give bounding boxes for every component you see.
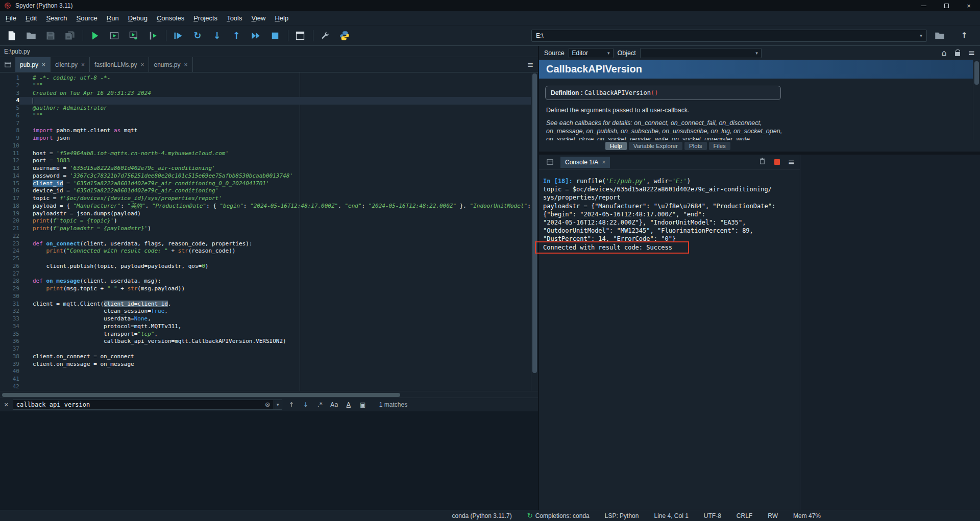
editor-line[interactable]: 22 <box>0 233 538 240</box>
console-tab[interactable]: Console 1/A × <box>560 157 610 168</box>
lock-icon[interactable] <box>955 52 960 56</box>
editor-tab-pub.py[interactable]: pub.py× <box>15 57 51 72</box>
editor-line[interactable]: 6""" <box>0 112 538 120</box>
editor-line[interactable]: 38client.on_connect = on_connect <box>0 353 538 361</box>
editor-line[interactable]: 42 <box>0 383 538 391</box>
editor-line[interactable]: 4 <box>0 97 538 105</box>
editor-line[interactable]: 11host = 'f5e4964ab8.iot-mqtts.cn-north-… <box>0 150 538 158</box>
editor-line[interactable]: 23def on_connect(client, userdata, flags… <box>0 240 538 248</box>
editor-line[interactable]: 41 <box>0 376 538 383</box>
tabbar-options-icon[interactable]: ≡ <box>523 57 538 72</box>
maximize-button[interactable] <box>935 0 958 11</box>
working-directory-combo[interactable]: E:\ ▾ <box>531 30 927 42</box>
editor-line[interactable]: 3Created on Tue Apr 16 20:31:23 2024 <box>0 90 538 97</box>
save-button[interactable] <box>43 28 58 43</box>
editor-horizontal-scrollbar[interactable] <box>0 391 538 398</box>
editor-line[interactable]: 7 <box>0 120 538 128</box>
search-input[interactable]: callback_api_version ⊗ <box>13 400 274 410</box>
editor-line[interactable]: 8import paho.mqtt.client as mqtt <box>0 127 538 135</box>
editor-line[interactable]: 39client.on_message = on_message <box>0 361 538 368</box>
editor-line[interactable]: 35 transport="tcp", <box>0 331 538 338</box>
editor-line[interactable]: 37 <box>0 345 538 353</box>
menu-debug[interactable]: Debug <box>124 12 152 24</box>
step-return-button[interactable]: ↑ <box>229 28 244 43</box>
editor-line[interactable]: 24 print("Connected with result code: " … <box>0 247 538 255</box>
help-scrollbar[interactable] <box>973 60 980 140</box>
editor-line[interactable]: 9import json <box>0 135 538 142</box>
editor-line[interactable]: 14password = '3367c3c78321b7d756251dee80… <box>0 172 538 180</box>
editor-line[interactable]: 34 protocol=mqtt.MQTTv311, <box>0 323 538 331</box>
tab-close-icon[interactable]: × <box>42 61 45 68</box>
close-find-icon[interactable]: × <box>4 400 9 409</box>
console-output[interactable]: In [18]: runfile('E:/pub.py', wdir='E:')… <box>539 170 800 510</box>
parent-directory-button[interactable]: ↑ <box>957 28 972 43</box>
pythonpath-button[interactable] <box>337 28 352 43</box>
preferences-button[interactable] <box>317 28 333 43</box>
find-next-button[interactable]: ↓ <box>301 400 311 410</box>
tab-close-icon[interactable]: × <box>140 61 144 68</box>
interrupt-kernel-icon[interactable] <box>774 159 780 165</box>
code-editor[interactable]: 1# -*- coding: utf-8 -*-2"""3Created on … <box>0 72 538 391</box>
editor-line[interactable]: 18payload = { "Manufacturer": "美的", "Pro… <box>0 203 538 210</box>
debug-button[interactable] <box>170 28 186 43</box>
editor-line[interactable]: 25 <box>0 255 538 263</box>
editor-line[interactable]: 2""" <box>0 82 538 90</box>
tab-close-icon[interactable]: × <box>602 159 605 166</box>
editor-line[interactable]: 26 client.publish(topic, payload=payload… <box>0 263 538 270</box>
case-sensitive-button[interactable]: Aa <box>329 400 339 410</box>
menu-help[interactable]: Help <box>270 12 293 24</box>
find-previous-button[interactable]: ↑ <box>286 400 297 410</box>
menu-view[interactable]: View <box>247 12 270 24</box>
editor-vertical-scrollbar[interactable] <box>531 72 538 391</box>
editor-line[interactable]: 19payloadstr = json.dumps(payload) <box>0 210 538 218</box>
editor-line[interactable]: 40 <box>0 368 538 376</box>
stop-button[interactable] <box>267 28 283 43</box>
editor-tab-fastlionLLMs.py[interactable]: fastlionLLMs.py× <box>90 57 149 72</box>
continue-button[interactable] <box>248 28 263 43</box>
new-file-button[interactable] <box>4 28 19 43</box>
pane-tab-variable-explorer[interactable]: Variable Explorer <box>629 142 682 150</box>
menu-source[interactable]: Source <box>72 12 102 24</box>
editor-line[interactable]: 21print(f'payloadstr = {payloadstr}') <box>0 225 538 233</box>
browse-tabs-button[interactable] <box>542 158 557 166</box>
editor-line[interactable]: 20print(f'topic = {topic}') <box>0 217 538 225</box>
editor-line[interactable]: 5@author: Administrator <box>0 105 538 112</box>
help-source-combo[interactable]: Editor ▾ <box>569 48 614 58</box>
run-button[interactable] <box>87 28 103 43</box>
help-object-combo[interactable]: ▾ <box>640 48 762 58</box>
editor-line[interactable]: 10 <box>0 142 538 150</box>
highlight-matches-button[interactable]: ▣ <box>358 400 368 410</box>
minimize-button[interactable] <box>913 0 935 11</box>
rerun-button[interactable]: ↻ <box>190 28 205 43</box>
editor-line[interactable]: 13username = '635d15a8222a8601d402e79c_a… <box>0 165 538 172</box>
editor-line[interactable]: 17topic = f'$oc/devices/{device_id}/sys/… <box>0 195 538 203</box>
pane-tab-help[interactable]: Help <box>605 142 627 150</box>
browse-directory-button[interactable] <box>932 28 947 43</box>
browse-tabs-button[interactable] <box>0 57 15 72</box>
run-selection-button[interactable] <box>145 28 161 43</box>
console-options-icon[interactable]: ≡ <box>788 157 795 167</box>
run-cell-button[interactable] <box>107 28 122 43</box>
editor-line[interactable]: 28def on_message(client, userdata, msg): <box>0 278 538 285</box>
menu-projects[interactable]: Projects <box>189 12 222 24</box>
editor-line[interactable]: 31client = mqtt.Client(client_id=client_… <box>0 301 538 308</box>
editor-line[interactable]: 36 callback_api_version=mqtt.CallbackAPI… <box>0 338 538 345</box>
help-options-icon[interactable]: ≡ <box>968 48 975 58</box>
editor-tab-enums.py[interactable]: enums.py× <box>149 57 192 72</box>
editor-line[interactable]: 30 <box>0 293 538 301</box>
menu-edit[interactable]: Edit <box>21 12 41 24</box>
editor-line[interactable]: 15client_id = '635d15a8222a8601d402e79c_… <box>0 180 538 188</box>
menu-consoles[interactable]: Consoles <box>152 12 189 24</box>
editor-line[interactable]: 33 userdata=None, <box>0 315 538 323</box>
whole-words-button[interactable]: A <box>344 400 354 410</box>
tab-close-icon[interactable]: × <box>81 61 85 68</box>
editor-line[interactable]: 12port = 1883 <box>0 157 538 165</box>
editor-line[interactable]: 16device_id = '635d15a8222a8601d402e79c_… <box>0 187 538 195</box>
menu-file[interactable]: File <box>1 12 21 24</box>
editor-line[interactable]: 29 print(msg.topic + " " + str(msg.paylo… <box>0 285 538 293</box>
run-cell-advance-button[interactable] <box>126 28 141 43</box>
open-file-button[interactable] <box>23 28 39 43</box>
menu-run[interactable]: Run <box>102 12 124 24</box>
menu-tools[interactable]: Tools <box>222 12 247 24</box>
editor-tab-client.py[interactable]: client.py× <box>51 57 90 72</box>
